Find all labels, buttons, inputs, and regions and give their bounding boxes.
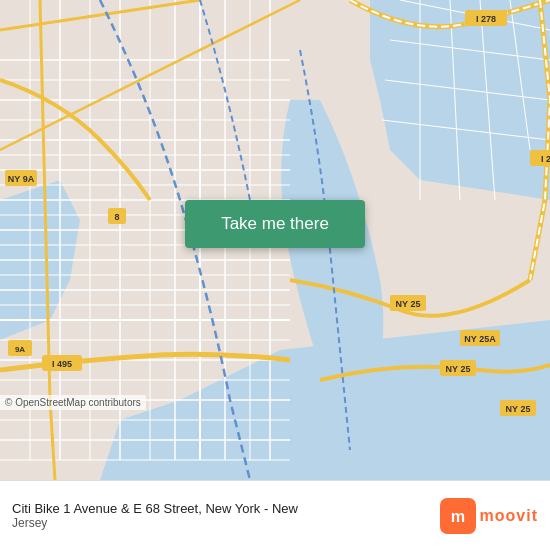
- moovit-logo: m moovit: [440, 498, 538, 534]
- address-section: Citi Bike 1 Avenue & E 68 Street, New Yo…: [12, 501, 440, 530]
- info-bar: Citi Bike 1 Avenue & E 68 Street, New Yo…: [0, 480, 550, 550]
- svg-text:NY 25: NY 25: [396, 299, 421, 309]
- svg-text:I 278: I 278: [476, 14, 496, 24]
- svg-text:I 495: I 495: [52, 359, 72, 369]
- svg-text:9A: 9A: [15, 345, 25, 354]
- moovit-brand-label: moovit: [480, 507, 538, 525]
- copyright-attribution: © OpenStreetMap contributors: [0, 395, 146, 410]
- address-line1: Citi Bike 1 Avenue & E 68 Street, New Yo…: [12, 501, 440, 516]
- svg-text:NY 25: NY 25: [506, 404, 531, 414]
- svg-text:8: 8: [114, 212, 119, 222]
- svg-text:NY 9A: NY 9A: [8, 174, 35, 184]
- svg-text:NY 25A: NY 25A: [464, 334, 496, 344]
- svg-text:m: m: [450, 507, 464, 525]
- moovit-icon: m: [440, 498, 476, 534]
- map-container: I 278 I 278 NY 25 NY 25 NY 25A NY 9A 9A …: [0, 0, 550, 480]
- svg-text:NY 25: NY 25: [446, 364, 471, 374]
- svg-text:I 278: I 278: [541, 154, 550, 164]
- address-line2: Jersey: [12, 516, 440, 530]
- take-me-there-button[interactable]: Take me there: [185, 200, 365, 248]
